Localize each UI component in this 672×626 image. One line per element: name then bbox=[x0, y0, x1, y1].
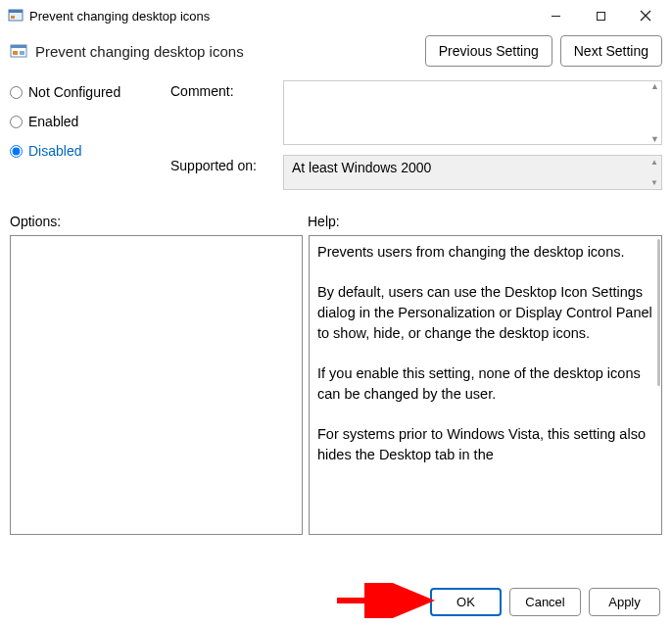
options-panel bbox=[10, 235, 303, 535]
scroll-down-icon[interactable]: ▼ bbox=[650, 134, 659, 144]
options-section-label: Options: bbox=[10, 214, 304, 229]
help-section-label: Help: bbox=[304, 214, 340, 229]
policy-icon bbox=[10, 42, 27, 60]
svg-rect-8 bbox=[11, 45, 26, 48]
close-button[interactable] bbox=[623, 1, 668, 30]
radio-not-configured-input[interactable] bbox=[10, 86, 23, 99]
radio-not-configured-label: Not Configured bbox=[28, 84, 120, 100]
help-panel[interactable]: Prevents users from changing the desktop… bbox=[309, 235, 662, 535]
radio-disabled-label: Disabled bbox=[28, 143, 81, 159]
policy-title: Prevent changing desktop icons bbox=[35, 43, 417, 60]
minimize-button[interactable] bbox=[533, 1, 578, 30]
next-setting-button[interactable]: Next Setting bbox=[560, 35, 662, 67]
scroll-up-icon[interactable]: ▲ bbox=[650, 81, 659, 91]
window-icon bbox=[8, 8, 24, 24]
help-paragraph: For systems prior to Windows Vista, this… bbox=[317, 424, 653, 465]
supported-on-value: At least Windows 2000 bbox=[292, 160, 431, 175]
svg-rect-2 bbox=[11, 16, 15, 19]
window-title: Prevent changing desktop icons bbox=[29, 9, 533, 24]
dialog-footer: OK Cancel Apply bbox=[430, 588, 660, 616]
radio-enabled[interactable]: Enabled bbox=[10, 114, 157, 129]
comment-textarea[interactable]: ▲ ▼ bbox=[283, 80, 662, 145]
maximize-button[interactable] bbox=[578, 1, 623, 30]
scrollbar[interactable] bbox=[657, 239, 660, 386]
radio-enabled-input[interactable] bbox=[10, 116, 23, 128]
annotation-arrow-icon bbox=[333, 583, 441, 618]
apply-button[interactable]: Apply bbox=[589, 588, 660, 616]
comment-label: Comment: bbox=[170, 80, 283, 99]
radio-disabled[interactable]: Disabled bbox=[10, 143, 157, 159]
radio-not-configured[interactable]: Not Configured bbox=[10, 84, 157, 100]
supported-on-label: Supported on: bbox=[170, 155, 283, 173]
state-radio-group: Not Configured Enabled Disabled bbox=[10, 80, 157, 200]
help-paragraph: If you enable this setting, none of the … bbox=[317, 363, 653, 405]
radio-disabled-input[interactable] bbox=[10, 145, 23, 158]
svg-rect-1 bbox=[9, 10, 23, 13]
cancel-button[interactable]: Cancel bbox=[509, 588, 581, 616]
previous-setting-button[interactable]: Previous Setting bbox=[425, 35, 552, 67]
help-paragraph: Prevents users from changing the desktop… bbox=[317, 242, 653, 263]
help-paragraph: By default, users can use the Desktop Ic… bbox=[317, 282, 653, 344]
svg-rect-10 bbox=[20, 51, 24, 55]
titlebar: Prevent changing desktop icons bbox=[0, 0, 672, 31]
radio-enabled-label: Enabled bbox=[28, 114, 78, 129]
scroll-up-icon[interactable]: ▲ bbox=[650, 158, 658, 167]
svg-rect-9 bbox=[13, 51, 18, 55]
policy-header: Prevent changing desktop icons Previous … bbox=[10, 35, 662, 67]
ok-button[interactable]: OK bbox=[430, 588, 502, 616]
supported-on-box: At least Windows 2000 ▲ ▼ bbox=[283, 155, 662, 190]
svg-rect-4 bbox=[597, 12, 604, 20]
scroll-down-icon[interactable]: ▼ bbox=[650, 178, 658, 187]
